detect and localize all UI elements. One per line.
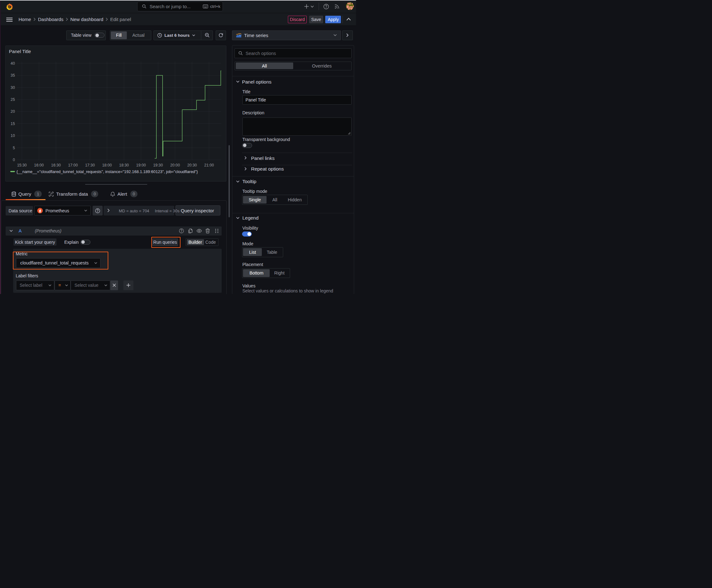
svg-text:40: 40 (11, 61, 15, 66)
svg-text:5: 5 (13, 146, 15, 150)
svg-text:17:00: 17:00 (68, 163, 78, 167)
svg-text:20:30: 20:30 (187, 163, 197, 167)
svg-text:0: 0 (13, 158, 15, 162)
svg-text:25: 25 (11, 97, 15, 102)
svg-text:16:30: 16:30 (51, 163, 61, 167)
svg-text:35: 35 (11, 73, 15, 78)
svg-text:15:30: 15:30 (17, 163, 27, 167)
svg-text:18:30: 18:30 (119, 163, 129, 167)
svg-text:15: 15 (11, 122, 15, 126)
svg-text:19:00: 19:00 (136, 163, 146, 167)
svg-text:20: 20 (11, 109, 15, 114)
svg-text:19:30: 19:30 (153, 163, 163, 167)
svg-text:18:00: 18:00 (102, 163, 112, 167)
svg-text:{__name__="cloudflared_tunnel_: {__name__="cloudflared_tunnel_total_requ… (17, 169, 198, 174)
svg-text:16:00: 16:00 (34, 163, 44, 167)
svg-text:17:30: 17:30 (85, 163, 95, 167)
svg-text:10: 10 (11, 133, 15, 138)
svg-text:20:00: 20:00 (170, 163, 180, 167)
svg-text:30: 30 (11, 85, 15, 90)
svg-text:21:00: 21:00 (204, 163, 214, 167)
